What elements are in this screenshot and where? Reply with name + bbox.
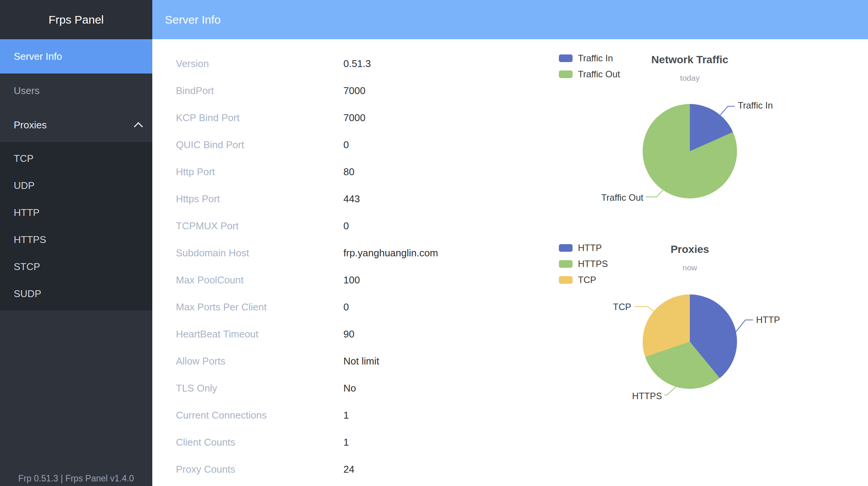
legend-swatch: [559, 70, 573, 78]
chevron-up-icon: [134, 122, 143, 131]
callout-line-traffic-in: [720, 106, 735, 115]
legend-swatch: [559, 54, 573, 62]
info-value: 7000: [343, 112, 365, 124]
info-value: 1: [343, 409, 349, 421]
sidebar-item-http[interactable]: HTTP: [0, 199, 152, 226]
info-value: 24: [343, 464, 354, 475]
info-label: Subdomain Host: [176, 247, 343, 259]
sidebar: Frps Panel Server Info Users Proxies TCP…: [0, 0, 152, 486]
info-row: TCPMUX Port 0: [176, 213, 438, 240]
info-row: Current Connections 1: [176, 402, 438, 429]
info-value: 100: [343, 274, 360, 286]
pie-callout-traffic-out: Traffic Out: [601, 192, 643, 203]
legend-label: HTTP: [578, 243, 602, 253]
info-label: Version: [176, 58, 343, 70]
pie-callout-https: HTTPS: [632, 391, 662, 401]
chart-title-proxies: Proxies: [670, 243, 709, 256]
legend-label: HTTPS: [578, 259, 608, 269]
legend-swatch: [559, 276, 573, 284]
info-row: Max PoolCount 100: [176, 267, 438, 294]
sidebar-item-label: Server Info: [14, 51, 62, 62]
server-info-list: Version 0.51.3 BindPort 7000 KCP Bind Po…: [176, 50, 438, 483]
callout-line-tcp: [634, 307, 654, 311]
info-value: 0.51.3: [343, 58, 371, 70]
info-row: KCP Bind Port 7000: [176, 104, 438, 131]
info-value: 0: [343, 220, 349, 232]
info-row: Https Port 443: [176, 185, 438, 213]
network-traffic-legend: Traffic In Traffic Out: [559, 53, 620, 80]
info-label: HeartBeat Timeout: [176, 328, 343, 340]
info-label: BindPort: [176, 85, 343, 97]
info-label: Max Ports Per Client: [176, 301, 343, 313]
info-label: Current Connections: [176, 409, 343, 421]
legend-label: TCP: [578, 275, 596, 285]
info-label: Https Port: [176, 193, 343, 205]
legend-swatch: [559, 244, 573, 252]
legend-item-traffic-out[interactable]: Traffic Out: [559, 69, 620, 80]
sidebar-item-tcp[interactable]: TCP: [0, 145, 152, 172]
chart-subtitle-today: today: [680, 74, 699, 83]
sidebar-item-stcp[interactable]: STCP: [0, 253, 152, 280]
info-value: 90: [343, 328, 354, 340]
sidebar-item-sudp[interactable]: SUDP: [0, 280, 152, 307]
page-header: Server Info: [152, 0, 868, 39]
info-value: 1: [343, 436, 349, 448]
info-label: Http Port: [176, 166, 343, 178]
legend-label: Traffic In: [578, 53, 613, 64]
sidebar-item-users[interactable]: Users: [0, 74, 152, 108]
sidebar-item-udp[interactable]: UDP: [0, 172, 152, 199]
info-value: 7000: [343, 85, 365, 97]
app-title: Frps Panel: [0, 0, 152, 39]
sidebar-item-proxies[interactable]: Proxies: [0, 108, 152, 142]
info-value: 80: [343, 166, 354, 178]
info-row: BindPort 7000: [176, 77, 438, 104]
pie-callout-traffic-in: Traffic In: [738, 100, 773, 111]
charts-panel: Traffic In Traffic Out Network Traffic t…: [533, 39, 868, 486]
info-label: TCPMUX Port: [176, 220, 343, 232]
legend-swatch: [559, 260, 573, 268]
page-title: Server Info: [165, 13, 221, 26]
pie-callout-tcp: TCP: [613, 302, 631, 312]
info-row: QUIC Bind Port 0: [176, 131, 438, 158]
info-label: TLS Only: [176, 382, 343, 394]
callout-line-http: [736, 320, 753, 332]
info-label: KCP Bind Port: [176, 112, 343, 124]
callout-line-traffic-out: [646, 190, 663, 197]
sidebar-item-label: Users: [14, 85, 40, 97]
info-row: Allow Ports Not limit: [176, 348, 438, 375]
proxies-legend: HTTP HTTPS TCP: [559, 243, 608, 285]
network-traffic-pie[interactable]: [643, 104, 737, 198]
info-value: Not limit: [343, 355, 379, 367]
version-footer: Frp 0.51.3 | Frps Panel v1.4.0: [0, 473, 152, 484]
info-label: Allow Ports: [176, 355, 343, 367]
sidebar-item-https[interactable]: HTTPS: [0, 226, 152, 253]
callout-line-https: [664, 387, 676, 395]
info-value: 443: [343, 193, 360, 205]
info-row: Subdomain Host frp.yanghuanglin.com: [176, 240, 438, 267]
legend-item-tcp[interactable]: TCP: [559, 275, 608, 285]
legend-item-http[interactable]: HTTP: [559, 243, 608, 253]
info-row: Version 0.51.3: [176, 50, 438, 77]
proxies-submenu: TCP UDP HTTP HTTPS STCP SUDP: [0, 142, 152, 310]
chart-title-network-traffic: Network Traffic: [651, 54, 728, 66]
legend-item-https[interactable]: HTTPS: [559, 259, 608, 269]
info-value: 0: [343, 301, 349, 313]
info-value: No: [343, 382, 356, 394]
info-label: Proxy Counts: [176, 464, 343, 475]
info-label: QUIC Bind Port: [176, 139, 343, 151]
chart-subtitle-now: now: [683, 263, 697, 272]
info-row: TLS Only No: [176, 375, 438, 402]
proxies-pie[interactable]: [643, 294, 737, 389]
sidebar-item-label: Proxies: [14, 119, 47, 131]
info-row: HeartBeat Timeout 90: [176, 321, 438, 348]
sidebar-item-server-info[interactable]: Server Info: [0, 39, 152, 74]
info-row: Client Counts 1: [176, 429, 438, 456]
legend-item-traffic-in[interactable]: Traffic In: [559, 53, 620, 64]
info-row: Max Ports Per Client 0: [176, 294, 438, 321]
info-value: frp.yanghuanglin.com: [343, 247, 438, 259]
info-label: Client Counts: [176, 436, 343, 448]
legend-label: Traffic Out: [578, 69, 620, 80]
pie-callout-http: HTTP: [756, 315, 780, 325]
info-row: Proxy Counts 24: [176, 456, 438, 483]
info-label: Max PoolCount: [176, 274, 343, 286]
